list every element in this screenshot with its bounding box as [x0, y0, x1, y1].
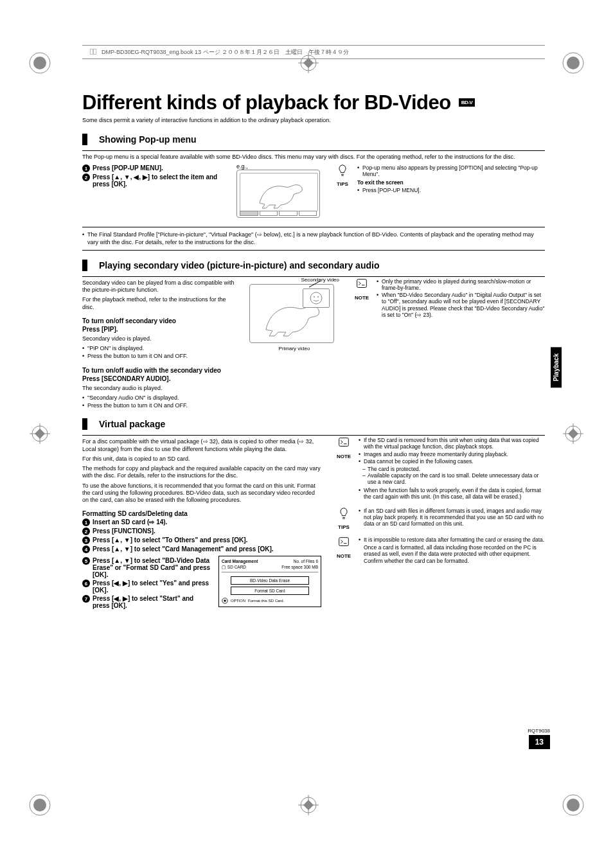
s2-h1cmd: Press [PIP]. — [82, 326, 236, 333]
s3-n1c1: The card is protected. — [359, 466, 545, 472]
svg-point-14 — [317, 296, 319, 297]
regmark-bc — [296, 792, 321, 818]
s3-n1a: If the SD card is removed from this unit… — [359, 437, 545, 450]
s2-h2: To turn on/off audio with the secondary … — [82, 367, 236, 374]
s3-n1b: Images and audio may freeze momentarily … — [359, 451, 545, 457]
s3-n1c: Data cannot be copied in the following c… — [359, 458, 545, 465]
s2-p2: For the playback method, refer to the in… — [82, 296, 236, 311]
s2-h2l1: The secondary audio is played. — [82, 385, 236, 392]
pointer-line — [309, 281, 322, 288]
s3-p4: To use the above functions, it is recomm… — [82, 483, 321, 504]
s2-n1: Only the primary video is played during … — [377, 278, 545, 291]
s3-n1c2: Available capacity on the card is too sm… — [359, 472, 545, 485]
s2-h2b1: "Secondary Audio ON" is displayed. — [82, 394, 236, 402]
s3-s1: 1Insert an SD card (⇨ 14). — [82, 518, 321, 526]
s2-h2b2: Press the button to turn it ON and OFF. — [82, 402, 236, 409]
s2-h1b1: "PiP ON" is displayed. — [82, 345, 236, 352]
svg-rect-15 — [357, 279, 367, 287]
s3-p1: For a disc compatible with the virtual p… — [82, 438, 321, 453]
page-footer: RQT9038 13 — [528, 728, 550, 749]
header-strip-text: DMP-BD30EG-RQT9038_eng.book 13 ページ ２００８年… — [102, 48, 349, 57]
regmark-br — [560, 792, 586, 818]
s3-s4: 4Press [▲, ▼] to select "Card Management… — [82, 545, 321, 553]
illustration-popup — [236, 170, 320, 218]
s3-nn2: Once a card is formatted, all data inclu… — [359, 544, 545, 557]
s3-s3: 3Press [▲, ▼] to select "To Others" and … — [82, 536, 321, 544]
s2-p1: Secondary video can be played from a dis… — [82, 279, 236, 294]
section-pip-heading: Playing secondary video (picture-in-pict… — [82, 260, 545, 271]
face-icon — [303, 289, 329, 307]
s1-tip2: Press [POP-UP MENU]. — [357, 187, 545, 193]
s2-h2cmd: Press [SECONDARY AUDIO]. — [82, 375, 236, 382]
side-tab-playback: Playback — [551, 347, 562, 387]
s1-step1: 1Press [POP-UP MENU]. — [82, 164, 224, 172]
tips-icon-2: TIPS — [334, 506, 353, 530]
svg-point-5 — [33, 799, 46, 811]
s3-s2: 2Press [FUNCTIONS]. — [82, 527, 321, 535]
cm-btn-format: Format SD Card — [231, 587, 309, 595]
s3-p3: The methods for copy and playback and th… — [82, 465, 321, 480]
svg-point-7 — [567, 799, 580, 811]
option-icon — [222, 598, 228, 604]
regmark-bl — [27, 792, 53, 818]
cm-btn-erase: BD-Video Data Erase — [231, 576, 309, 585]
regmark-mr — [560, 421, 586, 447]
svg-point-1 — [33, 57, 46, 69]
note-icon-3: NOTE — [334, 535, 353, 559]
book-icon — [89, 48, 98, 57]
svg-point-3 — [567, 57, 580, 69]
section-vp-heading: Virtual package — [82, 418, 545, 430]
note-icon: NOTE — [352, 277, 371, 301]
s3-nn1: It is impossible to restore data after f… — [359, 536, 545, 543]
svg-rect-18 — [339, 438, 349, 447]
s2-n2: When "BD-Video Secondary Audio" in "Digi… — [377, 292, 545, 318]
s3-n1d: When the function fails to work properly… — [359, 487, 545, 500]
s2-h1b2: Press the button to turn it ON and OFF. — [82, 353, 236, 360]
eg-label: e.g., — [236, 163, 320, 170]
card-mgmt-illustration: Card ManagementNo. of Files 6 ▢ SD CARDF… — [218, 556, 321, 607]
s3-nn3: Confirm whether the card can be formatte… — [359, 558, 545, 564]
s3-s6: 6Press [◀, ▶] to select "Yes" and press … — [82, 580, 211, 594]
s3-p2: For this unit, data is copied to an SD c… — [82, 456, 321, 463]
s3-fmth: Formatting SD cards/Deleting data — [82, 510, 321, 517]
intro-text: Some discs permit a variety of interacti… — [82, 117, 545, 123]
s2-h1: To turn on/off secondary video — [82, 317, 236, 324]
s3-t1: If an SD card with files in different fo… — [359, 508, 545, 527]
svg-point-17 — [224, 600, 226, 602]
lbl-secondary: Secondary video — [249, 277, 339, 283]
section1-desc: The Pop-up menu is a special feature ava… — [82, 154, 545, 161]
s1-tip-head: To exit the screen — [357, 179, 545, 186]
s2-h1l1: Secondary video is played. — [82, 335, 236, 342]
bdv-badge: BD-V — [459, 98, 475, 107]
header-strip: DMP-BD30EG-RQT9038_eng.book 13 ページ ２００８年… — [82, 45, 545, 59]
dinosaur-icon — [240, 173, 317, 211]
svg-point-12 — [310, 292, 322, 304]
fsp-note: The Final Standard Profile ["Picture-in-… — [82, 231, 545, 246]
page-title: Different kinds of playback for BD-Video… — [82, 91, 545, 114]
illustration-pip — [249, 284, 334, 343]
s1-step2: 2Press [▲, ▼, ◀, ▶] to select the item a… — [82, 173, 224, 188]
s3-s7: 7Press [◀, ▶] to select "Start" and pres… — [82, 595, 211, 609]
s3-s5: 5Press [▲, ▼] to select "BD-Video Data E… — [82, 557, 211, 578]
lbl-primary: Primary video — [249, 346, 339, 351]
tips-icon: TIPS — [333, 163, 352, 187]
note-icon-2: NOTE — [334, 436, 353, 459]
svg-point-13 — [314, 296, 315, 297]
s1-tip1: Pop-up menu also appears by pressing [OP… — [357, 164, 545, 177]
section-popup-heading: Showing Pop-up menu — [82, 134, 545, 145]
regmark-ml — [27, 421, 53, 447]
regmark-tl — [27, 50, 53, 76]
regmark-tr — [560, 50, 586, 76]
page-number: 13 — [529, 735, 550, 749]
svg-rect-19 — [339, 538, 349, 546]
